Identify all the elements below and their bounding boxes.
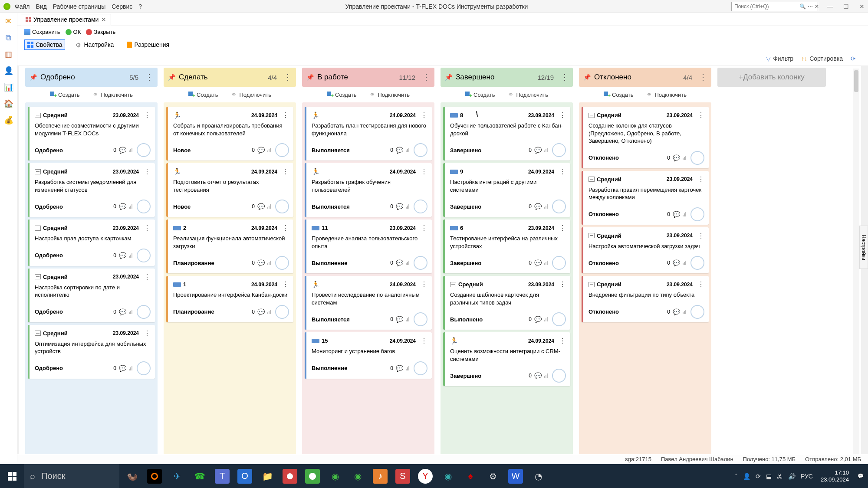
kanban-card[interactable]: 11 23.09.2024 ⋮ Проведение анализа польз…: [305, 219, 432, 273]
card-menu-icon[interactable]: ⋮: [697, 111, 704, 119]
card-avatar[interactable]: [275, 143, 289, 157]
taskbar-app-1[interactable]: [147, 469, 162, 484]
comment-icon[interactable]: 💬: [673, 211, 680, 218]
minimize-button[interactable]: —: [827, 3, 833, 10]
tray-usb-icon[interactable]: ⬓: [766, 473, 772, 480]
card-avatar[interactable]: [552, 143, 566, 157]
sort-button[interactable]: ↑↓Сортировка: [801, 55, 843, 62]
create-card-button[interactable]: Создать: [604, 92, 633, 98]
user-icon[interactable]: 👤: [3, 65, 14, 76]
taskbar-app-teams[interactable]: T: [215, 469, 230, 484]
tray-lang[interactable]: РУС: [801, 473, 813, 480]
poll-icon[interactable]: [267, 148, 273, 152]
comment-icon[interactable]: 💬: [119, 147, 126, 154]
search-box[interactable]: 🔍 ⋯ ✕: [731, 2, 818, 11]
connect-card-button[interactable]: ⚭Подключить: [92, 92, 133, 98]
kanban-card[interactable]: 🏃 24.09.2024 ⋮ Оценить возможности интег…: [443, 332, 570, 386]
poll-icon[interactable]: [544, 373, 549, 378]
pin-icon[interactable]: 📌: [168, 74, 175, 81]
card-menu-icon[interactable]: ⋮: [559, 167, 566, 176]
comment-icon[interactable]: 💬: [396, 365, 403, 372]
kanban-card[interactable]: Средний 23.09.2024 ⋮ Разработка системы …: [28, 163, 155, 217]
card-menu-icon[interactable]: ⋮: [144, 111, 151, 119]
menu-work-pages[interactable]: Рабочие страницы: [53, 3, 106, 10]
comment-icon[interactable]: 💬: [534, 372, 542, 379]
kanban-card[interactable]: 🏃 24.09.2024 ⋮ Разработать план тестиров…: [305, 107, 432, 160]
taskbar-app-11[interactable]: S: [395, 469, 410, 484]
card-avatar[interactable]: [137, 361, 151, 375]
kanban-card[interactable]: Средний 23.09.2024 ⋮ Настройка автоматич…: [582, 227, 709, 274]
poll-icon[interactable]: [683, 310, 688, 314]
kanban-card[interactable]: 🏃 24.09.2024 ⋮ Провести исследование по …: [305, 276, 432, 330]
taskbar-app-whatsapp[interactable]: ☎: [192, 469, 207, 484]
card-menu-icon[interactable]: ⋮: [144, 224, 151, 232]
poll-icon[interactable]: [406, 261, 411, 265]
column-menu-icon[interactable]: ⋮: [699, 72, 707, 82]
menu-view[interactable]: Вид: [36, 3, 46, 10]
card-avatar[interactable]: [275, 200, 289, 213]
comment-icon[interactable]: 💬: [119, 203, 126, 210]
card-menu-icon[interactable]: ⋮: [144, 167, 151, 176]
tray-volume-icon[interactable]: 🔊: [788, 473, 796, 480]
kanban-card[interactable]: Средний 23.09.2024 ⋮ Разработка правил п…: [582, 171, 709, 225]
pin-icon[interactable]: 📌: [30, 74, 37, 81]
kanban-card[interactable]: 🏃 24.09.2024 ⋮ Собрать и проанализироват…: [166, 107, 293, 160]
report-icon[interactable]: 📊: [3, 82, 14, 93]
taskbar-app-8[interactable]: ◉: [328, 469, 342, 484]
comment-icon[interactable]: 💬: [396, 259, 403, 266]
tray-cloud-sync-icon[interactable]: ⟳: [756, 473, 761, 480]
taskbar-search[interactable]: ⌕ Поиск: [24, 464, 119, 488]
card-avatar[interactable]: [137, 200, 151, 213]
comment-icon[interactable]: 💬: [534, 203, 542, 210]
column-menu-icon[interactable]: ⋮: [561, 72, 569, 82]
pin-icon[interactable]: 📌: [583, 74, 591, 81]
card-avatar[interactable]: [552, 200, 566, 213]
connect-card-button[interactable]: ⚭Подключить: [508, 92, 548, 98]
taskbar-app-explorer[interactable]: 📁: [260, 469, 275, 484]
home-icon[interactable]: 🏠: [3, 98, 14, 109]
add-column-button[interactable]: +Добавить колонку: [717, 68, 826, 87]
taskbar-app-6[interactable]: [283, 469, 297, 484]
card-menu-icon[interactable]: ⋮: [559, 280, 566, 288]
column-menu-icon[interactable]: ⋮: [422, 72, 430, 82]
pin-icon[interactable]: 📌: [306, 74, 314, 81]
taskbar-clock[interactable]: 17:10 23.09.2024: [816, 469, 853, 483]
comment-icon[interactable]: 💬: [257, 259, 265, 266]
card-avatar[interactable]: [414, 256, 427, 270]
connect-card-button[interactable]: ⚭Подключить: [646, 92, 687, 98]
kanban-card[interactable]: Средний 23.09.2024 ⋮ Создание шаблонов к…: [443, 276, 570, 330]
pin-icon[interactable]: 📌: [445, 74, 452, 81]
comment-icon[interactable]: 💬: [396, 147, 403, 154]
taskbar-app-word[interactable]: W: [508, 469, 523, 484]
card-avatar[interactable]: [275, 256, 289, 270]
tray-people-icon[interactable]: 👤: [743, 473, 750, 480]
comment-icon[interactable]: 💬: [119, 252, 126, 259]
close-button[interactable]: Закрыть: [86, 29, 115, 35]
card-avatar[interactable]: [690, 151, 704, 165]
card-menu-icon[interactable]: ⋮: [559, 111, 566, 119]
subtab-settings[interactable]: ⚙ Настройка: [73, 40, 116, 49]
card-menu-icon[interactable]: ⋮: [421, 337, 427, 345]
poll-icon[interactable]: [267, 204, 273, 209]
filter-button[interactable]: ▽Фильтр: [766, 55, 793, 62]
menu-file[interactable]: Файл: [15, 3, 30, 10]
tray-network-icon[interactable]: 🖧: [777, 473, 783, 480]
card-avatar[interactable]: [414, 361, 427, 375]
poll-icon[interactable]: [406, 148, 411, 152]
card-avatar[interactable]: [690, 305, 704, 319]
poll-icon[interactable]: [129, 366, 134, 370]
poll-icon[interactable]: [683, 261, 688, 265]
kanban-card[interactable]: 🏃 24.09.2024 ⋮ Подготовить отчет о резул…: [166, 163, 293, 217]
column-menu-icon[interactable]: ⋮: [284, 72, 292, 82]
poll-icon[interactable]: [406, 317, 411, 321]
structure-icon[interactable]: ⧉: [3, 32, 14, 43]
comment-icon[interactable]: 💬: [396, 203, 403, 210]
poll-icon[interactable]: [129, 310, 134, 314]
subtab-properties[interactable]: Свойства: [24, 39, 65, 50]
kanban-card[interactable]: 🏃 24.09.2024 ⋮ Разработать график обучен…: [305, 163, 432, 217]
tray-chevron-icon[interactable]: ˄: [735, 473, 738, 480]
comment-icon[interactable]: 💬: [534, 147, 542, 154]
poll-icon[interactable]: [267, 261, 273, 265]
column-header[interactable]: 📌 Отклонено 4/4 ⋮: [579, 68, 711, 87]
kanban-card[interactable]: 1 24.09.2024 ⋮ Проектирование интерфейса…: [166, 276, 293, 322]
